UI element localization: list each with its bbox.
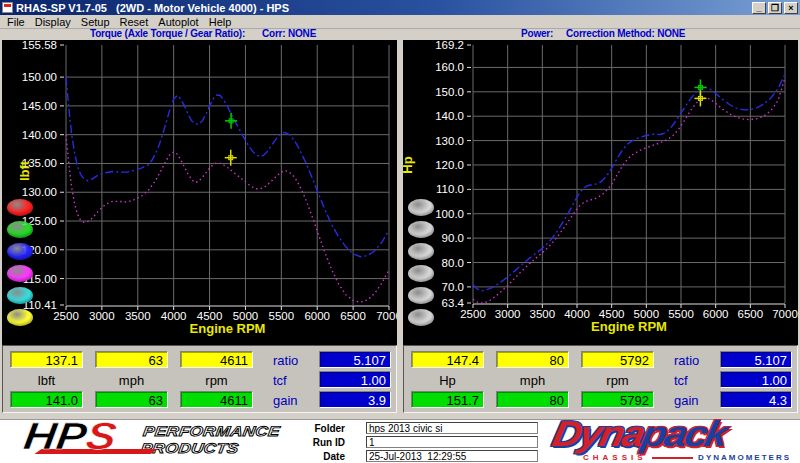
y-tick-label: 160.0 [435,61,464,73]
dynapack-line [652,457,694,459]
y-tick-label: 140.0 [435,110,464,122]
torque-live-rpm: 4611 [180,351,253,368]
power-gain-value: 4.3 [720,391,792,408]
y-tick-label: 70.0 [442,281,464,293]
chassis-text: CHASSIS [583,453,647,462]
torque-readout-panel: 137.1 63 4611 lbft mph rpm 141.0 63 4611… [2,345,397,413]
x-tick-label: 3500 [125,310,151,322]
power-live-value: 147.4 [411,351,484,368]
y-tick-label: 155.58 [22,40,57,51]
power-live-speed: 80 [496,351,569,368]
tcf-label: tcf [273,373,287,388]
date-input[interactable] [366,450,538,462]
menu-autoplot[interactable]: Autoplot [153,16,203,28]
curve-button-0[interactable] [408,199,434,216]
power-ratio-value: 5.107 [720,351,792,368]
x-tick-label: 3000 [89,310,115,322]
x-tick-label: 4000 [161,310,187,322]
torque-live-speed: 63 [95,351,168,368]
runid-label: Run ID [297,437,345,448]
x-tick-label: 4000 [564,308,590,320]
curve-button-4[interactable] [408,287,434,304]
curve-button-2[interactable] [7,243,33,260]
chart-headers: Torque (Axle Torque / Gear Ratio): Corr:… [0,29,800,40]
speed-unit-label: mph [95,373,168,388]
torque-peak-rpm: 4611 [180,391,253,408]
x-tick-label: 5500 [668,308,694,320]
torque-title: Torque (Axle Torque / Gear Ratio): [90,28,245,39]
y-tick-label: 150.0 [435,86,464,98]
gain-label: gain [273,393,298,408]
y-tick-label: 169.2 [435,40,464,51]
x-tick-label: 5500 [269,310,295,322]
x-tick-label: 2500 [53,310,79,322]
power-readout-panel: 147.4 80 5792 Hp mph rpm 151.7 80 5792 r… [403,345,798,413]
y-tick-label: 145.00 [22,100,57,112]
curve-button-5[interactable] [408,309,434,326]
menu-reset[interactable]: Reset [115,16,154,28]
footer-bar: HPS PERFORMANCE PRODUCTS Folder Run ID D… [0,413,800,463]
minimize-button[interactable]: _ [752,2,766,14]
curve-button-5[interactable] [7,309,33,326]
ratio-label: ratio [674,353,699,368]
menu-display[interactable]: Display [30,16,76,28]
menu-setup[interactable]: Setup [76,16,115,28]
dynapack-logo: Dynapack CHASSIS DYNAMOMETERS [553,420,795,463]
menu-file[interactable]: File [2,16,30,28]
ratio-label: ratio [273,353,298,368]
menu-bar: File Display Setup Reset Autoplot Help [0,15,800,29]
torque-ratio-value: 5.107 [319,351,391,368]
curve-button-1[interactable] [7,221,33,238]
folder-input[interactable] [366,422,538,434]
power-peak-rpm: 5792 [581,391,654,408]
y-tick-label: 110.0 [436,183,464,195]
torque-unit-label: lbft [10,373,83,388]
y-tick-label: 120.0 [435,159,464,171]
curve-button-3[interactable] [408,265,434,282]
curve-button-4[interactable] [7,287,33,304]
performance-products-text: PERFORMANCE PRODUCTS [140,423,281,457]
x-axis-title: Engine RPM [591,319,667,334]
title-bar[interactable]: RHAS-SP V1.7-05 (2WD - Motor Vehicle 400… [0,0,800,15]
tcf-label: tcf [674,373,688,388]
torque-correction: Corr: NONE [262,28,316,39]
y-axis-title: Hp [403,156,415,173]
measured-power-curve [473,78,785,303]
x-tick-label: 6000 [304,310,330,322]
curve-button-0[interactable] [7,199,33,216]
torque-chart[interactable]: 155.58150.00145.00140.00135.00130.00125.… [2,40,397,345]
power-correction: Correction Method: NONE [566,28,685,39]
curve-button-1[interactable] [408,221,434,238]
y-tick-label: 90.0 [442,232,464,244]
green-cursor-marker[interactable] [225,113,237,129]
folder-label: Folder [297,423,345,434]
x-tick-label: 6500 [340,310,366,322]
y-tick-label: 130.00 [22,186,57,198]
menu-help[interactable]: Help [204,16,237,28]
app-window: RHAS-SP V1.7-05 (2WD - Motor Vehicle 400… [0,0,800,463]
hps-hp-text: HP [21,415,89,457]
power-live-rpm: 5792 [581,351,654,368]
x-tick-label: 2500 [460,308,486,320]
hps-s-text: S [83,415,119,457]
runid-input[interactable] [366,436,538,448]
torque-peak-value: 141.0 [10,391,83,408]
torque-live-value: 137.1 [10,351,83,368]
curve-button-3[interactable] [7,265,33,282]
rpm-unit-label: rpm [581,373,654,388]
x-tick-label: 3500 [530,308,556,320]
y-tick-label: 150.00 [22,71,57,83]
y-tick-label: 130.0 [435,135,464,147]
x-tick-label: 7000 [772,308,798,320]
curve-button-2[interactable] [408,243,434,260]
x-axis-title: Engine RPM [190,321,266,336]
y-tick-label: 100.0 [435,208,464,220]
close-button[interactable]: × [784,2,798,14]
power-chart[interactable]: 169.2160.0150.0140.0130.0120.0110.0100.0… [403,40,798,345]
restore-button[interactable]: ❐ [768,2,782,14]
power-peak-speed: 80 [496,391,569,408]
corrected-torque-curve [66,77,389,257]
corrected-power-curve [473,74,785,291]
power-title: Power: [521,28,553,39]
y-tick-label: 80.0 [442,257,464,269]
